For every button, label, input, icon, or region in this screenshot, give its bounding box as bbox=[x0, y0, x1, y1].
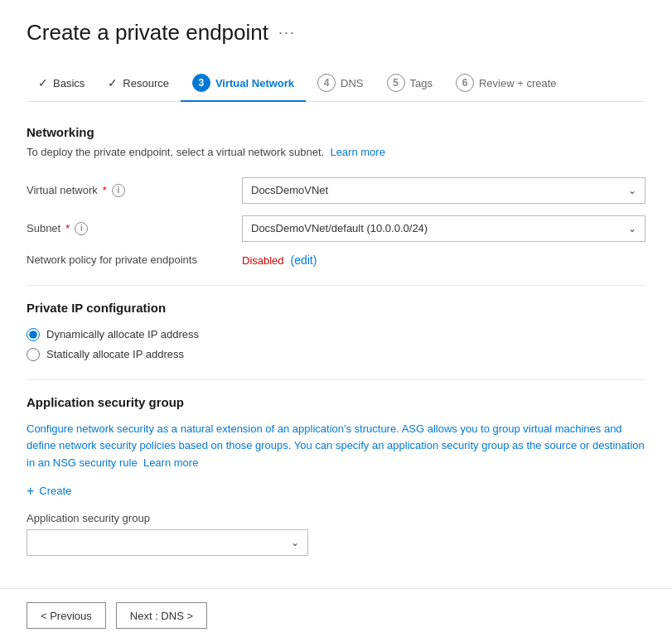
networking-section-desc: To deploy the private endpoint, select a… bbox=[27, 144, 645, 161]
asg-desc-text: Configure network security as a natural … bbox=[27, 422, 645, 470]
ip-config-section: Private IP configuration Dynamically all… bbox=[27, 301, 645, 361]
ellipsis-menu-button[interactable]: ··· bbox=[278, 24, 296, 41]
network-policy-value-wrapper: Disabled (edit) bbox=[242, 253, 317, 267]
virtual-network-row: Virtual network * i DocsDemoVNet ⌄ bbox=[27, 177, 645, 204]
wizard-step-basics-label: Basics bbox=[53, 77, 85, 89]
subnet-value: DocsDemoVNet/default (10.0.0.0/24) bbox=[251, 222, 428, 234]
dynamic-ip-radio[interactable] bbox=[27, 328, 40, 341]
virtual-network-control: DocsDemoVNet ⌄ bbox=[242, 177, 645, 204]
plus-icon: + bbox=[27, 484, 34, 499]
asg-chevron: ⌄ bbox=[291, 537, 299, 548]
virtual-network-label-wrapper: Virtual network * i bbox=[27, 184, 242, 197]
asg-description: Configure network security as a natural … bbox=[27, 421, 645, 472]
asg-section: Application security group Configure net… bbox=[27, 395, 645, 556]
wizard-step-resource[interactable]: ✓ Resource bbox=[96, 68, 181, 99]
divider-2 bbox=[27, 379, 645, 380]
page-title-row: Create a private endpoint ··· bbox=[27, 20, 645, 46]
previous-button[interactable]: < Previous bbox=[27, 602, 106, 629]
check-icon-resource: ✓ bbox=[108, 76, 118, 89]
step-number-dns: 4 bbox=[317, 74, 336, 92]
wizard-step-virtual-network-label: Virtual Network bbox=[215, 77, 294, 89]
wizard-step-dns-label: DNS bbox=[341, 77, 363, 89]
networking-learn-more-link[interactable]: Learn more bbox=[330, 146, 384, 158]
asg-dropdown[interactable]: ⌄ bbox=[27, 529, 308, 556]
networking-section-title: Networking bbox=[27, 125, 645, 139]
wizard-step-review-create[interactable]: 6 Review + create bbox=[444, 65, 568, 102]
static-ip-radio[interactable] bbox=[27, 348, 40, 361]
virtual-network-label: Virtual network bbox=[27, 184, 98, 196]
page-container: Create a private endpoint ··· ✓ Basics ✓… bbox=[0, 0, 672, 642]
virtual-network-value: DocsDemoVNet bbox=[251, 184, 328, 196]
asg-section-title: Application security group bbox=[27, 395, 645, 409]
static-ip-row: Statically allocate IP address bbox=[27, 348, 645, 361]
subnet-control: DocsDemoVNet/default (10.0.0.0/24) ⌄ bbox=[242, 215, 645, 242]
wizard-step-review-create-label: Review + create bbox=[479, 77, 557, 89]
network-policy-label: Network policy for private endpoints bbox=[27, 253, 242, 266]
dynamic-ip-label: Dynamically allocate IP address bbox=[46, 328, 199, 340]
wizard-step-tags-label: Tags bbox=[410, 77, 433, 89]
subnet-label: Subnet bbox=[27, 222, 60, 234]
wizard-step-resource-label: Resource bbox=[123, 77, 169, 89]
asg-field-label: Application security group bbox=[27, 512, 645, 524]
subnet-dropdown[interactable]: DocsDemoVNet/default (10.0.0.0/24) ⌄ bbox=[242, 215, 645, 242]
wizard-step-virtual-network[interactable]: 3 Virtual Network bbox=[181, 65, 306, 102]
main-content: Create a private endpoint ··· ✓ Basics ✓… bbox=[0, 0, 672, 588]
virtual-network-info-icon[interactable]: i bbox=[112, 184, 125, 197]
ip-config-title: Private IP configuration bbox=[27, 301, 645, 315]
step-number-virtual-network: 3 bbox=[192, 74, 210, 92]
step-number-review-create: 6 bbox=[456, 74, 474, 92]
subnet-chevron: ⌄ bbox=[628, 223, 636, 234]
networking-desc-text: To deploy the private endpoint, select a… bbox=[27, 146, 324, 158]
footer: < Previous Next : DNS > bbox=[0, 588, 672, 642]
subnet-info-icon[interactable]: i bbox=[75, 222, 88, 235]
network-policy-edit-link[interactable]: (edit) bbox=[290, 253, 317, 267]
wizard-step-basics[interactable]: ✓ Basics bbox=[27, 68, 96, 99]
wizard-step-dns[interactable]: 4 DNS bbox=[306, 65, 375, 102]
next-button[interactable]: Next : DNS > bbox=[116, 602, 207, 629]
subnet-row: Subnet * i DocsDemoVNet/default (10.0.0.… bbox=[27, 215, 645, 242]
create-label: Create bbox=[39, 485, 71, 497]
wizard-nav: ✓ Basics ✓ Resource 3 Virtual Network 4 … bbox=[27, 65, 645, 102]
network-policy-value: Disabled bbox=[242, 254, 284, 267]
asg-create-button[interactable]: + Create bbox=[27, 484, 71, 499]
virtual-network-required: * bbox=[103, 184, 107, 196]
network-policy-row: Network policy for private endpoints Dis… bbox=[27, 253, 645, 267]
subnet-label-wrapper: Subnet * i bbox=[27, 222, 242, 235]
asg-learn-more-link[interactable]: Learn more bbox=[143, 456, 198, 469]
divider-1 bbox=[27, 285, 645, 286]
check-icon-basics: ✓ bbox=[38, 76, 48, 89]
static-ip-label: Statically allocate IP address bbox=[46, 348, 184, 360]
dynamic-ip-row: Dynamically allocate IP address bbox=[27, 328, 645, 341]
virtual-network-dropdown[interactable]: DocsDemoVNet ⌄ bbox=[242, 177, 645, 204]
wizard-step-tags[interactable]: 5 Tags bbox=[375, 65, 444, 102]
step-number-tags: 5 bbox=[387, 74, 405, 92]
page-title: Create a private endpoint bbox=[27, 20, 268, 46]
virtual-network-chevron: ⌄ bbox=[628, 185, 636, 196]
subnet-required: * bbox=[65, 222, 70, 234]
